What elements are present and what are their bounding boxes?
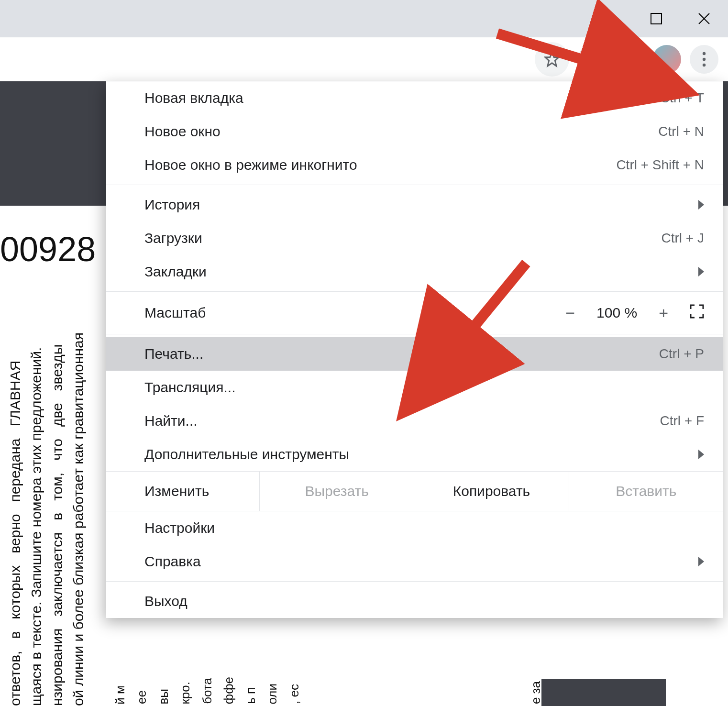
chevron-right-icon bbox=[698, 200, 704, 210]
menu-edit-row: ИзменитьВырезатьКопироватьВставить bbox=[106, 471, 723, 511]
menu-item-справка[interactable]: Справка bbox=[106, 545, 723, 578]
menu-item-новое-окно-в-режиме-инкогнито[interactable]: Новое окно в режиме инкогнитоCtrl + Shif… bbox=[106, 148, 723, 182]
menu-item-настройки[interactable]: Настройки bbox=[106, 511, 723, 545]
browser-main-menu: Новая вкладкаCtrl + TНовое окноCtrl + NН… bbox=[106, 81, 723, 618]
menu-item-новое-окно[interactable]: Новое окноCtrl + N bbox=[106, 115, 723, 148]
extensions-puzzle-icon[interactable] bbox=[615, 45, 644, 74]
page-dark-block bbox=[541, 679, 666, 706]
profile-avatar-icon[interactable] bbox=[652, 45, 681, 74]
menu-item-label: Печать... bbox=[144, 346, 203, 362]
chevron-right-icon bbox=[698, 450, 704, 459]
menu-item-закладки[interactable]: Закладки bbox=[106, 255, 723, 288]
menu-item-история[interactable]: История bbox=[106, 188, 723, 221]
menu-item-label: Новое окно в режиме инкогнито bbox=[144, 157, 357, 173]
chevron-right-icon bbox=[698, 557, 704, 566]
menu-item-shortcut: Ctrl + P bbox=[659, 346, 704, 362]
menu-item-label: Трансляция... bbox=[144, 379, 236, 396]
menu-item-shortcut: Ctrl + J bbox=[662, 231, 704, 246]
svg-rect-1 bbox=[651, 13, 662, 24]
zoom-in-button[interactable]: + bbox=[659, 304, 668, 322]
menu-item-дополнительные-инструменты[interactable]: Дополнительные инструменты bbox=[106, 438, 723, 471]
window-controls bbox=[585, 0, 728, 37]
menu-edit-label: Изменить bbox=[106, 472, 259, 511]
menu-item-shortcut: Ctrl + F bbox=[660, 413, 704, 429]
menu-item-label: Загрузки bbox=[144, 230, 202, 246]
zoom-value: 100 % bbox=[596, 305, 637, 321]
copy-button[interactable]: Копировать bbox=[414, 472, 568, 511]
cut-button[interactable]: Вырезать bbox=[259, 472, 414, 511]
menu-item-shortcut: Ctrl + Shift + N bbox=[616, 157, 704, 173]
svg-marker-4 bbox=[545, 52, 559, 66]
menu-item-label: Закладки bbox=[144, 264, 207, 280]
svg-point-7 bbox=[703, 63, 706, 66]
close-button[interactable] bbox=[680, 0, 728, 37]
menu-item-label: Настройки bbox=[144, 520, 215, 536]
browser-toolbar bbox=[0, 37, 728, 81]
minimize-button[interactable] bbox=[585, 0, 632, 37]
page-body-text: ответов, в которых верно передана ГЛАВНА… bbox=[5, 299, 89, 706]
star-icon[interactable] bbox=[535, 42, 569, 77]
menu-item-label: Справка bbox=[144, 553, 201, 570]
menu-item-label: Выход bbox=[144, 593, 188, 609]
menu-item-трансляция[interactable]: Трансляция... bbox=[106, 371, 723, 404]
fullscreen-icon[interactable] bbox=[690, 304, 704, 322]
svg-point-5 bbox=[703, 52, 706, 55]
paste-button[interactable]: Вставить bbox=[569, 472, 723, 511]
menu-item-label: Дополнительные инструменты bbox=[144, 446, 349, 463]
toolbar-right bbox=[535, 42, 718, 77]
menu-zoom-row: Масштаб−100 %+ bbox=[106, 295, 723, 331]
menu-zoom-label: Масштаб bbox=[144, 305, 565, 321]
menu-item-label: История bbox=[144, 197, 200, 213]
menu-item-label: Новое окно bbox=[144, 123, 221, 140]
menu-item-выход[interactable]: Выход bbox=[106, 585, 723, 618]
menu-item-shortcut: Ctrl + T bbox=[660, 90, 704, 106]
menu-separator bbox=[106, 581, 723, 582]
chevron-right-icon bbox=[698, 267, 704, 276]
menu-separator bbox=[106, 185, 723, 185]
window-titlebar bbox=[0, 0, 728, 37]
extension-icon[interactable] bbox=[578, 45, 607, 74]
maximize-button[interactable] bbox=[632, 0, 680, 37]
svg-point-6 bbox=[703, 57, 706, 60]
menu-item-печать[interactable]: Печать...Ctrl + P bbox=[106, 337, 723, 371]
menu-item-новая-вкладка[interactable]: Новая вкладкаCtrl + T bbox=[106, 81, 723, 115]
menu-item-найти[interactable]: Найти...Ctrl + F bbox=[106, 404, 723, 438]
menu-item-label: Найти... bbox=[144, 413, 198, 429]
more-menu-button[interactable] bbox=[690, 45, 718, 74]
menu-separator bbox=[106, 334, 723, 334]
page-heading-number: 00928 bbox=[0, 230, 96, 269]
menu-item-label: Новая вкладка bbox=[144, 90, 243, 106]
menu-item-shortcut: Ctrl + N bbox=[658, 124, 704, 139]
menu-separator bbox=[106, 291, 723, 292]
zoom-out-button[interactable]: − bbox=[565, 304, 575, 322]
menu-item-загрузки[interactable]: ЗагрузкиCtrl + J bbox=[106, 221, 723, 255]
